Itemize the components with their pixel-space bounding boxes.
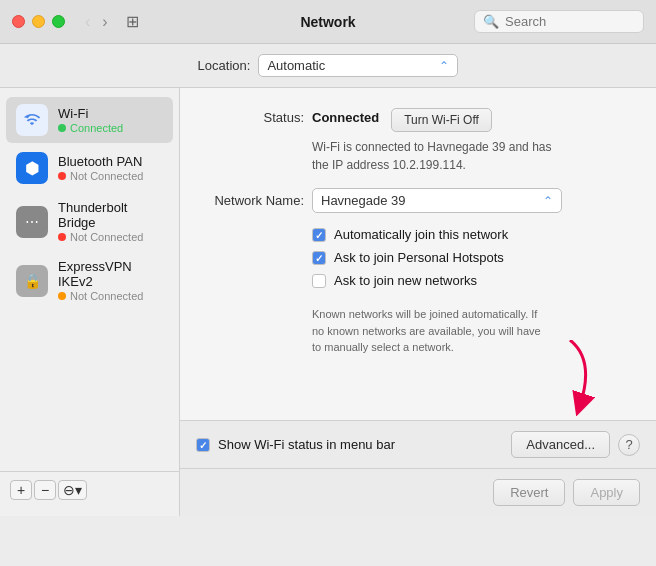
checkbox-note: Known networks will be joined automatica…	[312, 306, 632, 356]
bluetooth-status: Not Connected	[58, 170, 143, 182]
status-description: Wi-Fi is connected to Havnegade 39 and h…	[312, 138, 632, 174]
thunderbolt-icon: ⋯	[16, 206, 48, 238]
search-input[interactable]	[505, 14, 635, 29]
network-chevron-icon: ⌃	[543, 194, 553, 208]
status-value-area: Connected Turn Wi-Fi Off	[312, 108, 492, 132]
location-bar: Location: Automatic ⌃	[0, 44, 656, 88]
wifi-icon	[16, 104, 48, 136]
vpn-status-dot	[58, 292, 66, 300]
revert-button[interactable]: Revert	[493, 479, 565, 506]
status-value: Connected	[312, 108, 379, 125]
wifi-status-dot	[58, 124, 66, 132]
close-button[interactable]	[12, 15, 25, 28]
wifi-name: Wi-Fi	[58, 106, 123, 121]
wifi-status: Connected	[58, 122, 123, 134]
nav-arrows: ‹ ›	[81, 12, 112, 32]
checkbox-hotspot-row: Ask to join Personal Hotspots	[312, 250, 632, 265]
network-name-label: Network Name:	[204, 193, 304, 208]
vpn-name: ExpressVPN IKEv2	[58, 259, 163, 289]
location-label: Location:	[198, 58, 251, 73]
sidebar: Wi-Fi Connected ⬢ Bluetooth PAN Not Conn…	[0, 88, 180, 516]
vpn-net-info: ExpressVPN IKEv2 Not Connected	[58, 259, 163, 302]
thunderbolt-net-info: Thunderbolt Bridge Not Connected	[58, 200, 163, 243]
show-wifi-checkbox[interactable]	[196, 438, 210, 452]
network-name-row: Network Name: Havnegade 39 ⌃	[204, 188, 632, 213]
turn-wifi-off-button[interactable]: Turn Wi-Fi Off	[391, 108, 492, 132]
add-network-button[interactable]: +	[10, 480, 32, 500]
show-wifi-label: Show Wi-Fi status in menu bar	[218, 437, 395, 452]
status-label: Status:	[204, 108, 304, 125]
bluetooth-net-info: Bluetooth PAN Not Connected	[58, 154, 143, 182]
sidebar-controls: + − ⊖▾	[0, 471, 179, 508]
hotspot-checkbox[interactable]	[312, 251, 326, 265]
new-networks-checkbox[interactable]	[312, 274, 326, 288]
titlebar: ‹ › ⊞ Network 🔍	[0, 0, 656, 44]
auto-join-label: Automatically join this network	[334, 227, 508, 242]
vpn-status-text: Not Connected	[70, 290, 143, 302]
bluetooth-status-dot	[58, 172, 66, 180]
bluetooth-status-text: Not Connected	[70, 170, 143, 182]
thunderbolt-status-text: Not Connected	[70, 231, 143, 243]
status-row: Status: Connected Turn Wi-Fi Off	[204, 108, 632, 132]
window-title: Network	[300, 14, 355, 30]
hotspot-label: Ask to join Personal Hotspots	[334, 250, 504, 265]
apply-button[interactable]: Apply	[573, 479, 640, 506]
thunderbolt-status: Not Connected	[58, 231, 163, 243]
sidebar-item-wifi[interactable]: Wi-Fi Connected	[6, 97, 173, 143]
traffic-lights	[12, 15, 65, 28]
auto-join-checkbox[interactable]	[312, 228, 326, 242]
thunderbolt-status-dot	[58, 233, 66, 241]
sidebar-item-bluetooth[interactable]: ⬢ Bluetooth PAN Not Connected	[6, 145, 173, 191]
thunderbolt-name: Thunderbolt Bridge	[58, 200, 163, 230]
search-box[interactable]: 🔍	[474, 10, 644, 33]
remove-network-button[interactable]: −	[34, 480, 56, 500]
minimize-button[interactable]	[32, 15, 45, 28]
wifi-net-info: Wi-Fi Connected	[58, 106, 123, 134]
bottom-actions: Advanced... ?	[511, 431, 640, 458]
detail-panel: Status: Connected Turn Wi-Fi Off Wi-Fi i…	[180, 88, 656, 420]
forward-button[interactable]: ›	[98, 12, 111, 32]
network-name-select[interactable]: Havnegade 39 ⌃	[312, 188, 562, 213]
wifi-status-text: Connected	[70, 122, 123, 134]
location-select[interactable]: Automatic ⌃	[258, 54, 458, 77]
sidebar-item-vpn[interactable]: 🔒 ExpressVPN IKEv2 Not Connected	[6, 252, 173, 309]
network-name-value: Havnegade 39	[321, 193, 406, 208]
footer-bar: Revert Apply	[180, 468, 656, 516]
chevron-down-icon: ⌃	[439, 59, 449, 73]
action-button[interactable]: ⊖▾	[58, 480, 87, 500]
sidebar-item-thunderbolt[interactable]: ⋯ Thunderbolt Bridge Not Connected	[6, 193, 173, 250]
detail-wrapper: Status: Connected Turn Wi-Fi Off Wi-Fi i…	[180, 88, 656, 516]
checkbox-auto-join-row: Automatically join this network	[312, 227, 632, 242]
grid-icon[interactable]: ⊞	[126, 12, 139, 31]
maximize-button[interactable]	[52, 15, 65, 28]
checkbox-new-networks-row: Ask to join new networks	[312, 273, 632, 288]
vpn-status: Not Connected	[58, 290, 163, 302]
search-icon: 🔍	[483, 14, 499, 29]
bluetooth-name: Bluetooth PAN	[58, 154, 143, 169]
back-button[interactable]: ‹	[81, 12, 94, 32]
vpn-icon: 🔒	[16, 265, 48, 297]
bottom-bar: Show Wi-Fi status in menu bar Advanced..…	[180, 420, 656, 468]
bluetooth-icon: ⬢	[16, 152, 48, 184]
help-button[interactable]: ?	[618, 434, 640, 456]
show-wifi-row: Show Wi-Fi status in menu bar	[196, 437, 395, 452]
new-networks-label: Ask to join new networks	[334, 273, 477, 288]
location-value: Automatic	[267, 58, 439, 73]
advanced-button[interactable]: Advanced...	[511, 431, 610, 458]
checkbox-group: Automatically join this network Ask to j…	[312, 227, 632, 288]
main-content: Wi-Fi Connected ⬢ Bluetooth PAN Not Conn…	[0, 88, 656, 516]
